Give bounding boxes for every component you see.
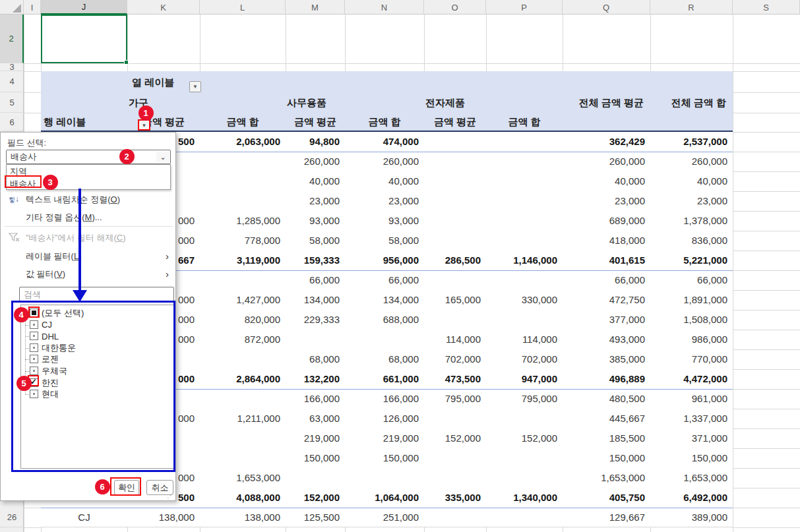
pivot-cell[interactable]: 362,429 [563,132,650,152]
pivot-cell[interactable]: 1,653,000 [563,468,650,488]
pivot-cell[interactable]: 138,000 [200,508,286,527]
pivot-cell[interactable]: 493,000 [563,330,650,349]
pivot-cell[interactable]: 418,000 [563,231,650,251]
pivot-cell[interactable]: 260,000 [650,152,733,171]
column-label-filter-button[interactable]: ▼ [189,81,201,92]
pivot-cell[interactable]: 961,000 [650,389,733,409]
pivot-cell[interactable]: 185,500 [563,429,650,448]
column-header-P[interactable]: P [486,0,563,15]
pivot-cell[interactable]: 138,000 [127,508,200,527]
pivot-cell[interactable]: 23,000 [286,191,345,211]
pivot-cell[interactable]: 129,667 [563,508,650,527]
pivot-total-header[interactable]: 전체 금액 합 [594,93,726,113]
pivot-cell[interactable]: 335,000 [424,488,486,508]
menu-item-label-filter[interactable]: 레이블 필터(L)› [1,249,177,263]
menu-item-value-filter[interactable]: 값 필터(V)› [1,267,177,281]
pivot-cell[interactable]: 58,000 [345,231,424,251]
fill-handle[interactable] [124,60,129,65]
pivot-cell[interactable]: 385,000 [563,349,650,369]
row-header-6[interactable]: 6 [0,113,24,132]
pivot-cell[interactable]: 150,000 [563,448,650,468]
pivot-cell[interactable]: 445,667 [563,409,650,429]
pivot-cell[interactable]: 93,000 [345,211,424,231]
pivot-cell[interactable]: 260,000 [286,152,345,171]
pivot-cell[interactable]: 159,333 [286,251,345,270]
pivot-cell[interactable]: 152,000 [286,488,345,508]
pivot-cell[interactable]: 150,000 [345,448,424,468]
pivot-cell[interactable]: 150,000 [286,448,345,468]
pivot-cell[interactable]: 66,000 [650,270,733,290]
pivot-cell[interactable]: 125,500 [286,508,345,527]
pivot-cell[interactable]: 405,750 [563,488,650,508]
pivot-cell[interactable]: 1,340,000 [486,488,563,508]
pivot-cell[interactable]: 134,000 [345,290,424,310]
pivot-measure-header[interactable]: 금액 평균 [424,113,486,132]
pivot-cell[interactable]: 4,088,000 [200,488,286,508]
chevron-down-icon[interactable]: ⌄ [156,151,169,163]
pivot-cell[interactable]: 377,000 [563,310,650,330]
pivot-cell[interactable]: 63,000 [286,409,345,429]
pivot-cell[interactable]: 1,064,000 [345,488,424,508]
pivot-cell[interactable]: 23,000 [563,191,650,211]
pivot-row-label-cell[interactable]: CJ [41,508,127,527]
pivot-cell[interactable]: 40,000 [286,171,345,191]
pivot-cell[interactable]: 1,508,000 [650,310,733,330]
menu-item-more-sort[interactable]: 기타 정렬 옵션(M)... [1,210,177,224]
search-input[interactable] [19,287,174,302]
pivot-category-header[interactable]: 사무용품 [287,93,326,113]
pivot-cell[interactable]: 371,000 [650,429,733,448]
pivot-cell[interactable]: 330,000 [486,290,563,310]
pivot-cell[interactable]: 165,000 [424,290,486,310]
column-header-L[interactable]: L [200,0,286,15]
pivot-cell[interactable]: 152,000 [424,429,486,448]
pivot-cell[interactable]: 1,337,000 [650,409,733,429]
pivot-cell[interactable]: 166,000 [286,389,345,409]
row-header-3[interactable]: 3 [0,63,24,71]
row-header-2[interactable]: 2 [0,15,24,63]
pivot-cell[interactable]: 166,000 [345,389,424,409]
pivot-cell[interactable]: 795,000 [424,389,486,409]
resize-grip[interactable]: ⋰ [167,491,174,500]
row-header-26[interactable]: 26 [0,508,24,527]
pivot-category-header[interactable]: 전자제품 [425,93,465,113]
column-header-I[interactable]: I [24,0,41,15]
pivot-cell[interactable]: 688,000 [345,310,424,330]
pivot-cell[interactable]: 58,000 [286,231,345,251]
pivot-cell[interactable]: 40,000 [650,171,733,191]
column-header-M[interactable]: M [286,0,345,15]
select-all-corner[interactable] [0,0,24,15]
pivot-cell[interactable]: 134,000 [286,290,345,310]
pivot-cell[interactable]: 702,000 [486,349,563,369]
pivot-measure-header[interactable]: 금액 합 [486,113,563,132]
pivot-cell[interactable]: 40,000 [563,171,650,191]
column-header-O[interactable]: O [424,0,486,15]
pivot-column-label[interactable]: 열 레이블 [132,74,174,91]
pivot-cell[interactable]: 770,000 [650,349,733,369]
pivot-cell[interactable]: 872,000 [200,330,286,349]
pivot-cell[interactable]: 93,000 [286,211,345,231]
pivot-cell[interactable]: 40,000 [345,171,424,191]
pivot-cell[interactable]: 114,000 [486,330,563,349]
pivot-cell[interactable]: 229,333 [286,310,345,330]
pivot-cell[interactable]: 4,472,000 [650,369,733,389]
pivot-cell[interactable]: 2,864,000 [200,369,286,389]
pivot-cell[interactable]: 68,000 [345,349,424,369]
pivot-cell[interactable]: 820,000 [200,310,286,330]
pivot-cell[interactable]: 126,000 [345,409,424,429]
pivot-cell[interactable]: 1,653,000 [650,468,733,488]
pivot-cell[interactable]: 66,000 [563,270,650,290]
menu-item-clear-filter[interactable]: "배송사"에서 필터 해제(C) [1,231,177,245]
pivot-cell[interactable]: 1,378,000 [650,211,733,231]
pivot-cell[interactable]: 480,500 [563,389,650,409]
pivot-cell[interactable]: 778,000 [200,231,286,251]
column-header-R[interactable]: R [650,0,733,15]
pivot-cell[interactable]: 689,000 [563,211,650,231]
column-header-S[interactable]: S [733,0,800,15]
pivot-cell[interactable]: 23,000 [650,191,733,211]
pivot-measure-header[interactable]: 금액 합 [345,113,424,132]
pivot-cell[interactable]: 702,000 [424,349,486,369]
pivot-cell[interactable]: 68,000 [286,349,345,369]
pivot-cell[interactable]: 2,537,000 [650,132,733,152]
pivot-cell[interactable]: 94,800 [286,132,345,152]
column-header-Q[interactable]: Q [563,0,650,15]
